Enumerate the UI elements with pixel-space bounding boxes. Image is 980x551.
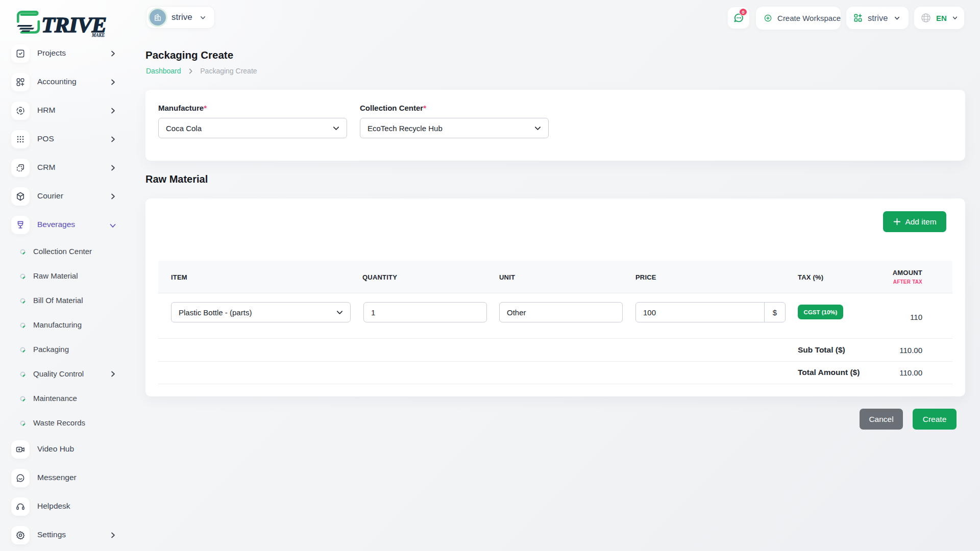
svg-text:MAKE: MAKE bbox=[91, 33, 105, 38]
